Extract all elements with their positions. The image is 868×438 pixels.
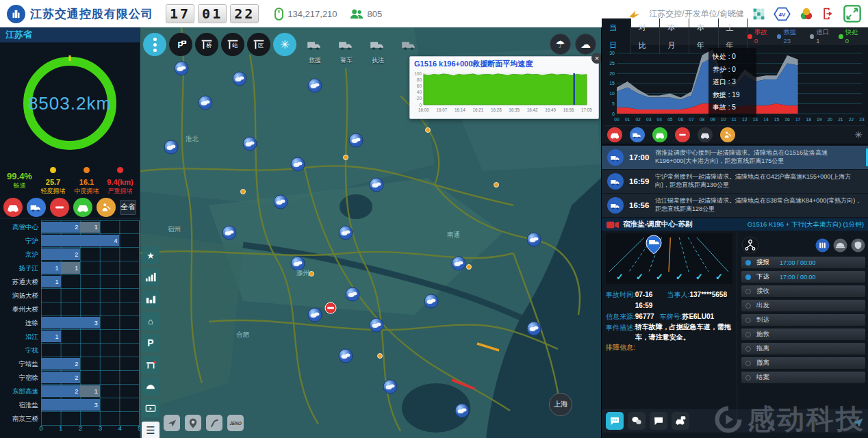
accident-type-icon[interactable] bbox=[607, 127, 622, 142]
signal-chart-icon[interactable] bbox=[142, 268, 159, 286]
cluster-marker[interactable] bbox=[291, 157, 305, 171]
route-layer-icon[interactable] bbox=[206, 415, 222, 431]
org-tree-icon[interactable] bbox=[741, 236, 759, 254]
timeline-step[interactable]: 下达17:00 / 00:00 bbox=[741, 271, 865, 283]
fullscreen-icon[interactable] bbox=[843, 5, 861, 23]
timeline-step[interactable]: 撤离 bbox=[741, 357, 865, 369]
province-wide-button[interactable]: 全省 bbox=[120, 200, 136, 215]
timeline-step[interactable]: 施救 bbox=[741, 328, 865, 340]
event-row[interactable]: 16:56沿江锡常接到一起清障请求。清障地点在S38常合高速K84+000(常熟… bbox=[602, 194, 868, 217]
cloud-icon[interactable]: ☁ bbox=[575, 34, 596, 55]
cluster-marker[interactable] bbox=[243, 137, 257, 151]
vehicle-layer-button[interactable]: 警车 bbox=[335, 36, 358, 65]
timeline-step[interactable]: 到达 bbox=[741, 314, 865, 326]
cluster-marker[interactable] bbox=[424, 294, 438, 308]
cluster-marker[interactable] bbox=[339, 349, 353, 363]
smooth-type-icon[interactable] bbox=[652, 127, 667, 142]
cluster-marker[interactable] bbox=[291, 257, 305, 270]
timeline-step[interactable]: 结案 bbox=[741, 372, 865, 383]
cluster-marker[interactable] bbox=[175, 62, 188, 75]
plane-layer-icon[interactable] bbox=[164, 415, 180, 431]
cluster-marker[interactable] bbox=[308, 79, 322, 92]
gantry-icon[interactable] bbox=[142, 356, 159, 374]
tow-truck-icon[interactable] bbox=[607, 173, 624, 190]
jeno-badge[interactable]: JENO bbox=[227, 415, 244, 431]
legend-dot-icon bbox=[748, 34, 752, 39]
column-chart-icon[interactable] bbox=[142, 290, 159, 308]
cluster-marker[interactable] bbox=[233, 72, 246, 86]
province-map[interactable]: 淮北宿州滁州合肥南通 P桥站区✳ 救援警车执法 ☂ ☁ G1516 k196+0… bbox=[140, 27, 601, 438]
settings-gear-icon[interactable]: ✳ bbox=[854, 129, 863, 140]
logout-icon[interactable] bbox=[821, 7, 835, 21]
users-icon bbox=[350, 9, 363, 19]
closure-type-icon[interactable] bbox=[675, 127, 690, 142]
cluster-marker[interactable] bbox=[199, 96, 212, 110]
construction-filter-icon[interactable] bbox=[97, 198, 116, 217]
construction-type-icon[interactable] bbox=[720, 127, 735, 142]
smooth-filter-icon[interactable] bbox=[73, 198, 92, 217]
bridge-layer-icon[interactable]: 桥 bbox=[195, 33, 218, 56]
event-row[interactable]: 16:59宁沪常州接到一起清障请求。清障地点在G42沪蓉高速K155+000(上… bbox=[602, 170, 868, 193]
chat-icon[interactable] bbox=[606, 412, 624, 430]
rescue-type-icon[interactable] bbox=[630, 127, 645, 142]
home-icon[interactable]: ⌂ bbox=[142, 312, 159, 330]
close-icon[interactable]: × bbox=[591, 53, 601, 64]
cluster-marker[interactable] bbox=[308, 308, 322, 322]
map-settings-icon[interactable]: ✳ bbox=[273, 33, 296, 56]
cluster-marker[interactable] bbox=[164, 140, 178, 154]
cluster-marker[interactable] bbox=[339, 226, 353, 240]
vehicle-layer-button[interactable]: 执法 bbox=[366, 36, 390, 65]
send-icon[interactable] bbox=[852, 417, 864, 431]
comment-icon[interactable] bbox=[650, 412, 667, 430]
hourly-events-chart: 0510152025300001020304050607080910111213… bbox=[604, 45, 865, 126]
traffic-light-layer-icon[interactable] bbox=[143, 33, 166, 56]
timeline-step[interactable]: 接收 bbox=[741, 285, 865, 297]
event-row[interactable]: 17:00宿淮盐调度中心接到一起清障请求。清障地点在G1516盐洛高速K196+… bbox=[602, 146, 868, 169]
cluster-marker[interactable] bbox=[527, 233, 541, 246]
cluster-marker[interactable] bbox=[349, 133, 363, 147]
cluster-marker[interactable] bbox=[383, 380, 397, 394]
depot-icon[interactable] bbox=[815, 238, 830, 253]
cluster-marker[interactable] bbox=[527, 322, 541, 335]
timeline-step[interactable]: 接报17:00 / 00:00 bbox=[741, 257, 865, 268]
cluster-marker[interactable] bbox=[455, 404, 469, 417]
bar-row: 宿淮盐3 bbox=[0, 398, 140, 412]
closure-marker[interactable] bbox=[325, 302, 336, 313]
rescue-filter-icon[interactable] bbox=[27, 198, 46, 217]
weather-icon[interactable]: ☂ bbox=[550, 34, 571, 55]
tow-truck-icon[interactable] bbox=[607, 197, 624, 214]
helmet-icon[interactable] bbox=[833, 238, 847, 253]
accident-filter-icon[interactable] bbox=[3, 198, 23, 217]
svg-text:✓: ✓ bbox=[616, 272, 624, 282]
radar-dome-icon[interactable] bbox=[142, 378, 159, 396]
closure-filter-icon[interactable] bbox=[50, 198, 69, 217]
cluster-marker[interactable] bbox=[370, 318, 383, 332]
cluster-marker[interactable] bbox=[346, 287, 359, 301]
grid-apps-icon[interactable] bbox=[752, 8, 765, 21]
cluster-marker[interactable] bbox=[452, 257, 465, 270]
user-info[interactable]: 江苏交控/开发单位/俞晓健 bbox=[649, 8, 744, 20]
parking-icon[interactable]: P bbox=[142, 334, 159, 352]
svg-text:区: 区 bbox=[258, 42, 264, 49]
shield-icon[interactable] bbox=[851, 238, 865, 253]
shanghai-button[interactable]: 上海 bbox=[549, 393, 572, 416]
camera-parking-layer-icon[interactable]: P bbox=[169, 33, 192, 56]
palette-icon[interactable] bbox=[799, 8, 813, 21]
car-message-icon[interactable] bbox=[672, 412, 689, 430]
service-area-layer-icon[interactable]: 区 bbox=[247, 33, 270, 56]
pin-layer-icon[interactable] bbox=[185, 415, 201, 431]
timeline-step[interactable]: 拖离 bbox=[741, 343, 865, 355]
vehicle-layer-button[interactable]: 救援 bbox=[303, 36, 327, 65]
timeline-step[interactable]: 出发 bbox=[741, 300, 865, 311]
wechat-icon[interactable] bbox=[628, 412, 646, 430]
station-layer-icon[interactable]: 站 bbox=[221, 33, 244, 56]
menu-icon[interactable]: ☰ bbox=[142, 422, 159, 438]
4v-badge-icon[interactable]: 4V bbox=[774, 7, 791, 21]
favorites-icon[interactable]: ★ bbox=[142, 246, 159, 264]
cluster-marker[interactable] bbox=[222, 226, 236, 240]
cluster-marker[interactable] bbox=[370, 178, 383, 192]
police-type-icon[interactable] bbox=[698, 127, 713, 142]
cluster-marker[interactable] bbox=[274, 195, 288, 209]
tow-truck-icon[interactable] bbox=[607, 149, 624, 166]
video-wall-icon[interactable] bbox=[142, 400, 159, 417]
